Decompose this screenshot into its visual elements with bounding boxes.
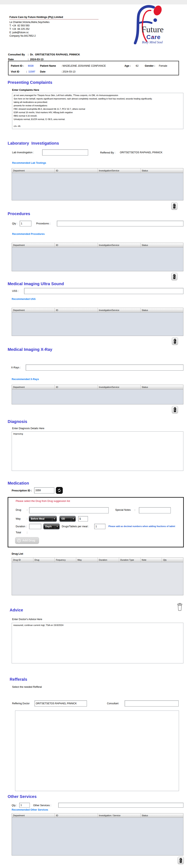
patient-gender-value: Female [159, 64, 167, 67]
company-email: E: jude@future.sc [9, 31, 29, 34]
column-header: Department [12, 168, 55, 173]
complaints-textarea[interactable]: pt not seen,managed for ?Sepsis focus Sk… [12, 93, 183, 129]
diagnosis-textarea[interactable]: Improving [12, 431, 183, 471]
duration-input[interactable] [29, 524, 41, 529]
column-header: ID [55, 243, 98, 247]
drug-list-table: Drug IDDrugFequencyWayDurationDuration T… [12, 557, 183, 595]
column-header: Status [141, 243, 183, 247]
reffering-doctor-label: Reffering Doctor [12, 702, 30, 705]
recommended-procedures-link[interactable]: Recommended Procedures [12, 232, 45, 236]
company-address: Le Chainter,Victoria,Mahe,Seychelles [9, 21, 49, 24]
patient-info-box: Patient ID : 6028 Patient Name : MADELEI… [8, 61, 179, 75]
prescription-id-input[interactable] [34, 487, 54, 493]
clear-lab-table-button[interactable] [171, 203, 177, 210]
lab-reffered-by-value: ORITSETSETOS RAPHAEL PINNICK [120, 151, 162, 154]
column-header: Investigation/Service [98, 243, 141, 247]
svg-text:Future: Future [142, 25, 164, 34]
lab-investigation-label: Lab Investingation : [12, 151, 34, 154]
visit-date-value: : 2024-03-13 [61, 70, 75, 73]
drug-input[interactable] [29, 507, 109, 513]
way-colon: : [27, 517, 27, 520]
column-header: Status [141, 385, 183, 389]
meal-select-value: Before Meal [31, 517, 44, 520]
procedures-input[interactable] [57, 221, 183, 226]
patient-name-label: Patient Name [40, 64, 56, 67]
column-header: Duration [98, 558, 119, 562]
company-name: Future Care by Future Holdings (Pty) Lim… [9, 16, 99, 20]
trash-icon [179, 858, 183, 863]
visit-id-label: Visit ID [11, 70, 19, 73]
column-header: Status [141, 308, 183, 312]
other-services-table-header: DepartmentIDInvestigation / ServiceStatu… [12, 813, 183, 818]
procedures-table-header: DepartmentIDInvestigation/ServiceStatus [12, 243, 183, 248]
add-drug-button[interactable]: + Add Drug [15, 537, 39, 544]
consulted-by-label: Consulted By [8, 53, 25, 56]
column-header: ID [55, 385, 98, 389]
recommended-xrays-link[interactable]: Recommended X-Rays [12, 378, 39, 381]
column-header: Drug ID [12, 558, 33, 562]
section-title-procedures: Procedures [8, 212, 30, 216]
lab-investigation-input[interactable] [42, 149, 88, 155]
refresh-prescription-button[interactable] [56, 487, 63, 494]
column-header: ID [55, 168, 98, 173]
other-services-qty-label: Qty : [12, 804, 17, 807]
recommended-uss-link[interactable]: Recommended USS [12, 298, 36, 301]
clear-procedures-table-button[interactable] [171, 273, 177, 280]
special-notes-label: Special Notes [115, 508, 131, 512]
per-meal-input[interactable] [94, 524, 105, 529]
visit-id-colon: : [26, 70, 27, 73]
section-title-diagnosis: Diagnosis [8, 419, 27, 424]
column-header: ID [55, 813, 98, 817]
other-services-label: Other Services : [33, 804, 51, 807]
special-notes-input[interactable] [139, 507, 171, 513]
column-header: Status [141, 168, 183, 173]
uss-label: USS : [12, 289, 19, 292]
consultant-input[interactable] [125, 701, 179, 707]
recommended-lab-testings-link[interactable]: Recommended Lab Testings [12, 161, 46, 164]
company-number: Company No.8417652-2 [9, 34, 36, 37]
trash-icon [173, 274, 176, 279]
duration-unit-select[interactable]: Day/s ▼ [44, 524, 59, 529]
prescription-id-label: Prescription ID : [12, 489, 32, 492]
recommended-other-services-link[interactable]: Recommended Other Services [12, 808, 48, 811]
refferal-list-box[interactable] [15, 711, 179, 791]
lab-reffered-by-label: Reffered By : [100, 151, 115, 154]
other-services-qty-input[interactable] [19, 803, 30, 808]
column-header: Department [12, 243, 55, 247]
column-header: Department [12, 308, 55, 312]
other-services-input[interactable] [58, 803, 183, 808]
refferal-subtitle: Select the needed Refferal [12, 686, 42, 688]
diagnosis-label: Enter Diagnosis Details Here [12, 427, 44, 430]
column-header: Investigation/Service [98, 308, 141, 312]
clear-uss-table-button[interactable] [172, 338, 178, 345]
meal-select[interactable]: Before Meal ▼ [29, 516, 57, 521]
frequency-qty-input[interactable] [78, 516, 88, 521]
procedures-qty-input[interactable] [20, 221, 31, 226]
clear-advice-button[interactable] [177, 603, 183, 612]
column-header: Investigation/Service [98, 168, 141, 173]
column-header: Department [12, 385, 55, 389]
total-label: Total [16, 531, 21, 534]
future-care-logo: Future Care ♥ Body Mind Soul [123, 4, 177, 44]
clear-xray-table-button[interactable] [172, 406, 178, 413]
xray-table: DepartmentIDInvestigation/ServiceStatus [12, 385, 183, 404]
advice-textarea[interactable]: reassured, continue current mgt, TSA on … [12, 623, 183, 663]
procedures-table: DepartmentIDInvestigation/ServiceStatus [12, 243, 183, 271]
total-colon: : [27, 531, 27, 534]
reffering-doctor-input[interactable] [35, 701, 87, 707]
drug-list-table-header: Drug IDDrugFequencyWayDurationDuration T… [12, 558, 183, 562]
chevron-down-icon: ▼ [52, 516, 57, 521]
uss-input[interactable] [24, 288, 183, 294]
chevron-down-icon: ▼ [55, 524, 59, 529]
consultation-page: Future Care by Future Holdings (Pty) Lim… [0, 0, 187, 868]
section-title-presenting-complaints: Presenting Complaints [8, 80, 52, 85]
frequency-select[interactable]: OD ▼ [60, 516, 75, 521]
trash-icon [173, 204, 176, 209]
svg-text:Body Mind Soul: Body Mind Soul [142, 40, 163, 44]
consulted-by-value: : Dr. ORITSETSETOS RAPHAEL PINNICK [28, 53, 80, 56]
uss-table-header: DepartmentIDInvestigation/ServiceStatus [12, 308, 183, 313]
xray-input[interactable] [26, 365, 183, 371]
column-header: Qty [162, 558, 183, 562]
section-title-xray: Medical Imaging X-Ray [8, 347, 52, 352]
clear-other-services-button[interactable] [178, 857, 184, 864]
